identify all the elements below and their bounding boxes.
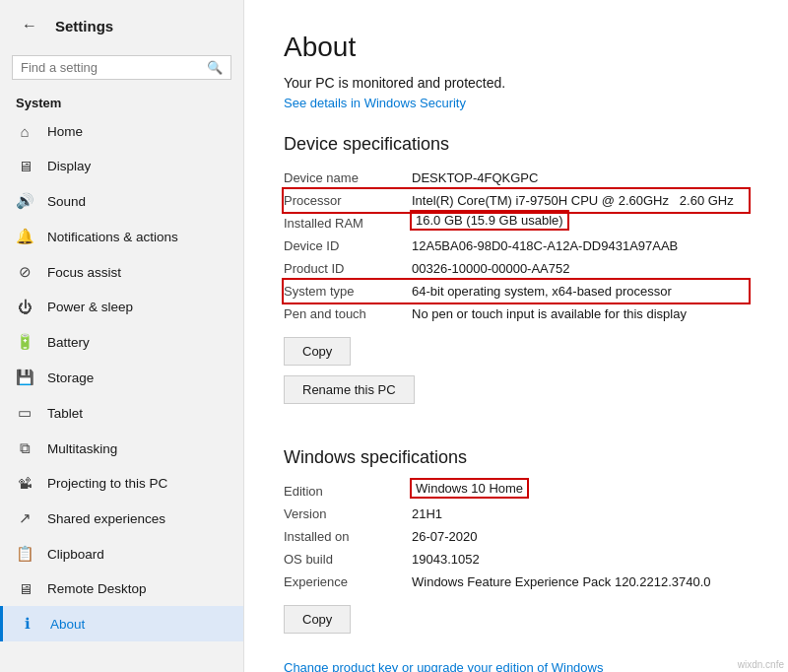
spec-label: System type (284, 280, 412, 302)
spec-row-product-id: Product ID 00326-10000-00000-AA752 (284, 257, 749, 280)
sidebar-item-tablet[interactable]: ▭ Tablet (0, 395, 243, 431)
spec-row-processor: Processor Intel(R) Core(TM) i7-9750H CPU… (284, 189, 749, 212)
sidebar-item-remote[interactable]: 🖥 Remote Desktop (0, 571, 243, 606)
search-input[interactable] (21, 60, 201, 75)
spec-row-edition: Edition Windows 10 Home (284, 480, 749, 503)
sidebar-item-notifications[interactable]: 🔔 Notifications & actions (0, 219, 243, 254)
sidebar-item-label: Focus assist (47, 265, 121, 280)
spec-row-system-type: System type 64-bit operating system, x64… (284, 280, 749, 302)
spec-row-version: Version 21H1 (284, 503, 749, 525)
copy-device-button[interactable]: Copy (284, 337, 351, 366)
protected-text: Your PC is monitored and protected. (284, 75, 749, 91)
spec-row-installed: Installed on 26-07-2020 (284, 525, 749, 548)
sound-icon: 🔊 (16, 192, 33, 210)
spec-row-os-build: OS build 19043.1052 (284, 548, 749, 571)
tablet-icon: ▭ (16, 404, 33, 422)
sidebar-item-label: Display (47, 159, 91, 173)
spec-label: Experience (284, 571, 412, 593)
system-section-label: System (0, 88, 243, 114)
main-content: About Your PC is monitored and protected… (244, 0, 788, 672)
search-icon: 🔍 (207, 60, 223, 75)
shared-icon: ↗ (16, 509, 33, 527)
sidebar-title: Settings (55, 18, 113, 34)
sidebar-header: ← Settings (0, 0, 243, 51)
focus-icon: ⊘ (16, 263, 33, 281)
sidebar-item-label: Shared experiences (47, 511, 165, 526)
search-box[interactable]: 🔍 (12, 55, 231, 80)
remote-icon: 🖥 (16, 580, 33, 597)
spec-label: Processor (284, 189, 412, 212)
page-title: About (284, 32, 749, 63)
projecting-icon: 📽 (16, 475, 33, 492)
watermark: wixdn.cnfe (738, 659, 784, 670)
about-icon: ℹ (19, 615, 36, 633)
sidebar-item-projecting[interactable]: 📽 Projecting to this PC (0, 466, 243, 501)
spec-label: Version (284, 503, 412, 525)
spec-value: 19043.1052 (412, 548, 749, 571)
sidebar: ← Settings 🔍 System ⌂ Home 🖥 Display 🔊 S… (0, 0, 244, 672)
spec-row-pen-touch: Pen and touch No pen or touch input is a… (284, 302, 749, 325)
sidebar-item-label: Home (47, 124, 83, 139)
spec-row-experience: Experience Windows Feature Experience Pa… (284, 571, 749, 593)
spec-value: 16.0 GB (15.9 GB usable) (412, 212, 567, 229)
clipboard-icon: 📋 (16, 545, 33, 563)
spec-label: Device name (284, 167, 412, 189)
sidebar-item-label: Multitasking (47, 441, 117, 456)
spec-value: 00326-10000-00000-AA752 (412, 257, 749, 280)
spec-row-device-id: Device ID 12A5BA06-98D0-418C-A12A-DD9431… (284, 235, 749, 257)
sidebar-item-label: Projecting to this PC (47, 476, 167, 491)
sidebar-item-label: Power & sleep (47, 300, 133, 314)
notifications-icon: 🔔 (16, 228, 33, 245)
sidebar-item-label: Notifications & actions (47, 230, 178, 244)
device-section-title: Device specifications (284, 134, 749, 155)
spec-row-ram: Installed RAM 16.0 GB (15.9 GB usable) (284, 212, 749, 235)
sidebar-item-label: Storage (47, 370, 94, 385)
windows-section-title: Windows specifications (284, 447, 749, 468)
sidebar-item-power[interactable]: ⏻ Power & sleep (0, 290, 243, 324)
sidebar-item-clipboard[interactable]: 📋 Clipboard (0, 536, 243, 571)
spec-value: 26-07-2020 (412, 525, 749, 548)
sidebar-item-label: About (50, 617, 85, 632)
copy-windows-button[interactable]: Copy (284, 605, 351, 634)
multitasking-icon: ⧉ (16, 439, 33, 457)
sidebar-item-label: Sound (47, 194, 86, 209)
sidebar-item-label: Tablet (47, 406, 83, 421)
spec-value: Windows 10 Home (412, 480, 527, 497)
spec-label: Device ID (284, 235, 412, 257)
sidebar-item-about[interactable]: ℹ About (0, 606, 243, 641)
sidebar-item-shared[interactable]: ↗ Shared experiences (0, 501, 243, 536)
spec-value: 12A5BA06-98D0-418C-A12A-DD9431A97AAB (412, 235, 749, 257)
spec-label: Installed RAM (284, 212, 412, 235)
windows-specs-table: Edition Windows 10 Home Version 21H1 Ins… (284, 480, 749, 593)
security-link[interactable]: See details in Windows Security (284, 96, 466, 110)
spec-value: 64-bit operating system, x64-based proce… (412, 280, 749, 302)
display-icon: 🖥 (16, 158, 33, 174)
spec-label: Pen and touch (284, 302, 412, 325)
spec-label: Edition (284, 480, 412, 503)
home-icon: ⌂ (16, 123, 33, 140)
sidebar-item-battery[interactable]: 🔋 Battery (0, 324, 243, 360)
rename-button[interactable]: Rename this PC (284, 375, 415, 404)
sidebar-item-label: Clipboard (47, 547, 104, 562)
spec-label: Installed on (284, 525, 412, 548)
spec-value: DESKTOP-4FQKGPC (412, 167, 749, 189)
spec-value: Windows Feature Experience Pack 120.2212… (412, 571, 749, 593)
spec-row-device-name: Device name DESKTOP-4FQKGPC (284, 167, 749, 189)
sidebar-item-multitasking[interactable]: ⧉ Multitasking (0, 431, 243, 466)
back-button[interactable]: ← (16, 12, 43, 39)
sidebar-item-label: Battery (47, 335, 90, 350)
sidebar-item-focus[interactable]: ⊘ Focus assist (0, 254, 243, 290)
spec-label: Product ID (284, 257, 412, 280)
spec-value: Intel(R) Core(TM) i7-9750H CPU @ 2.60GHz… (412, 189, 749, 212)
product-key-link[interactable]: Change product key or upgrade your editi… (284, 660, 603, 672)
spec-value: No pen or touch input is available for t… (412, 302, 749, 325)
power-icon: ⏻ (16, 299, 33, 315)
sidebar-item-sound[interactable]: 🔊 Sound (0, 183, 243, 219)
spec-value: 21H1 (412, 503, 749, 525)
storage-icon: 💾 (16, 369, 33, 386)
sidebar-item-label: Remote Desktop (47, 581, 147, 596)
sidebar-item-home[interactable]: ⌂ Home (0, 114, 243, 149)
sidebar-item-storage[interactable]: 💾 Storage (0, 360, 243, 395)
sidebar-item-display[interactable]: 🖥 Display (0, 149, 243, 183)
device-specs-table: Device name DESKTOP-4FQKGPC Processor In… (284, 167, 749, 325)
